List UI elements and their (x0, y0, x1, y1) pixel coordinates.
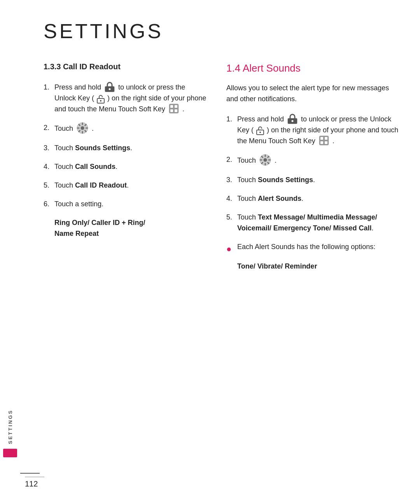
svg-rect-16 (320, 137, 323, 140)
svg-rect-17 (325, 137, 327, 140)
left-step-2-content: Touch . (54, 123, 207, 135)
left-sub-note-text: Ring Only/ Caller ID + Ring/Name Repeat (54, 219, 145, 237)
right-bullet-content: Each Alert Sounds has the following opti… (237, 242, 401, 253)
right-sub-note: Tone/ Vibrate/ Reminder (237, 261, 401, 272)
svg-rect-8 (175, 109, 177, 112)
right-step-3-num: 3. (226, 175, 237, 186)
svg-rect-18 (320, 141, 323, 144)
left-step-4: 4. Touch Call Sounds. (44, 162, 207, 172)
svg-rect-19 (325, 141, 327, 144)
svg-rect-5 (170, 105, 173, 108)
right-intro-text: Allows you to select the alert type for … (226, 83, 401, 105)
left-step-3-bold: Sounds Settings (75, 144, 130, 152)
svg-rect-6 (175, 105, 177, 108)
right-section-heading: 1.4 Alert Sounds (226, 62, 401, 74)
left-step-1: 1. Press and hold to unlock or press the… (44, 82, 207, 115)
page-number: 112 (20, 477, 44, 488)
svg-rect-7 (170, 109, 173, 112)
right-step-5: 5. Touch Text Message/ Multimedia Messag… (226, 212, 401, 234)
right-step-4: 4. Touch Alert Sounds. (226, 193, 401, 204)
right-step-3-bold: Sounds Settings (258, 176, 313, 184)
left-step-2-num: 2. (44, 123, 54, 133)
left-step-5-bold: Call ID Readout (75, 181, 127, 189)
svg-point-21 (264, 158, 267, 162)
bullet-dot: ● (226, 242, 237, 256)
unlock-key-icon (97, 94, 105, 104)
left-step-6-content: Touch a setting. (54, 199, 207, 210)
menu-icon-2 (318, 135, 329, 146)
left-section-heading: 1.3.3 Call ID Readout (44, 62, 207, 71)
left-step-5-num: 5. (44, 180, 54, 191)
right-bullet-item: ● Each Alert Sounds has the following op… (226, 242, 401, 256)
right-step-5-num: 5. (226, 212, 237, 223)
main-content: SETTINGS 1.3.3 Call ID Readout 1. Press … (20, 0, 420, 303)
left-step-4-bold: Call Sounds (75, 163, 116, 170)
menu-icon (168, 103, 179, 114)
sidebar-label: SETTINGS (7, 409, 13, 444)
svg-point-14 (259, 132, 261, 133)
left-step-3-content: Touch Sounds Settings. (54, 143, 207, 154)
page-number-text: 112 (25, 479, 38, 488)
content-columns: 1.3.3 Call ID Readout 1. Press and hold … (44, 62, 401, 272)
left-step-1-content: Press and hold to unlock or press the Un… (54, 82, 207, 115)
left-step-4-content: Touch Call Sounds. (54, 162, 207, 172)
right-step-4-bold: Alert Sounds (258, 195, 301, 202)
lock-icon-2 (287, 113, 298, 124)
sidebar-accent-bar (3, 449, 17, 457)
left-step-3: 3. Touch Sounds Settings. (44, 143, 207, 154)
right-column: 1.4 Alert Sounds Allows you to select th… (226, 62, 401, 272)
right-step-1-num: 1. (226, 114, 237, 125)
right-step-2-content: Touch . (237, 155, 401, 167)
page-title: SETTINGS (44, 19, 401, 43)
lock-icon (104, 81, 115, 92)
left-step-5: 5. Touch Call ID Readout. (44, 180, 207, 191)
right-sub-note-text: Tone/ Vibrate/ Reminder (237, 262, 317, 270)
right-step-1: 1. Press and hold to unlock or press the… (226, 114, 401, 147)
right-step-5-bold: Text Message/ Multimedia Message/ Voicem… (237, 213, 377, 232)
left-step-6: 6. Touch a setting. (44, 199, 207, 210)
sidebar: SETTINGS (0, 0, 20, 504)
page-divider (25, 477, 44, 477)
right-step-3: 3. Touch Sounds Settings. (226, 175, 401, 186)
svg-point-10 (81, 126, 84, 130)
left-column: 1.3.3 Call ID Readout 1. Press and hold … (44, 62, 207, 272)
left-step-3-num: 3. (44, 143, 54, 154)
left-step-6-num: 6. (44, 199, 54, 210)
right-step-2: 2. Touch . (226, 155, 401, 167)
left-step-5-content: Touch Call ID Readout. (54, 180, 207, 191)
left-step-2: 2. Touch . (44, 123, 207, 135)
left-sub-note: Ring Only/ Caller ID + Ring/Name Repeat (54, 218, 207, 239)
gear-icon (76, 122, 89, 134)
right-step-3-content: Touch Sounds Settings. (237, 175, 401, 186)
right-step-4-num: 4. (226, 193, 237, 204)
unlock-key-icon-2 (256, 126, 264, 135)
right-step-2-num: 2. (226, 155, 237, 165)
svg-point-12 (292, 120, 294, 122)
svg-point-1 (109, 88, 111, 90)
left-step-1-num: 1. (44, 82, 54, 93)
right-step-1-content: Press and hold to unlock or press the Un… (237, 114, 401, 147)
left-step-4-num: 4. (44, 162, 54, 172)
right-step-5-content: Touch Text Message/ Multimedia Message/ … (237, 212, 401, 234)
right-step-4-content: Touch Alert Sounds. (237, 193, 401, 204)
svg-point-3 (100, 100, 102, 102)
gear-icon-2 (259, 154, 271, 166)
